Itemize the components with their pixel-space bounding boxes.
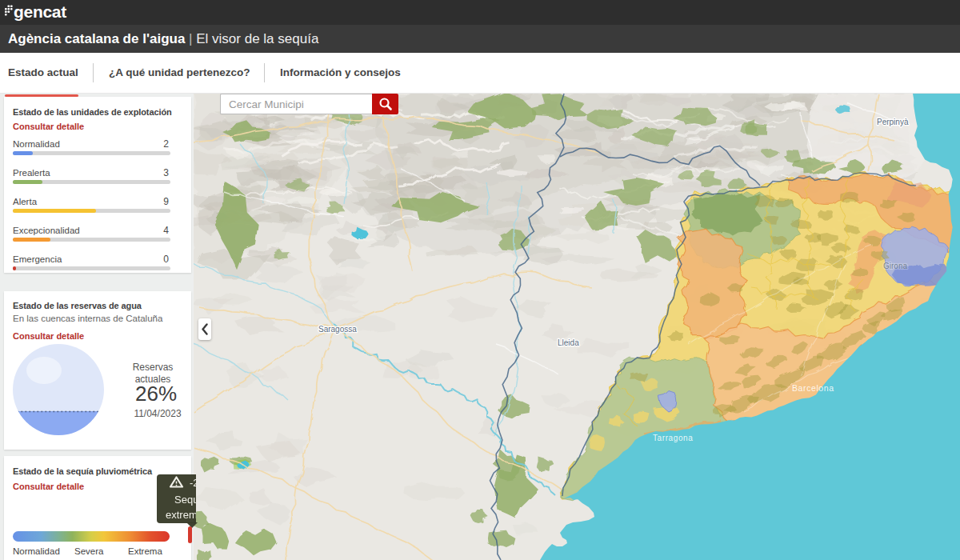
svg-text:Lleida: Lleida [558, 338, 579, 347]
svg-text:Perpinyà: Perpinyà [877, 118, 909, 126]
svg-text:Barcelona: Barcelona [792, 383, 834, 393]
svg-text:Saragossa: Saragossa [318, 325, 357, 334]
svg-text:Tarragona: Tarragona [653, 434, 693, 442]
svg-text:Girona: Girona [883, 262, 907, 270]
